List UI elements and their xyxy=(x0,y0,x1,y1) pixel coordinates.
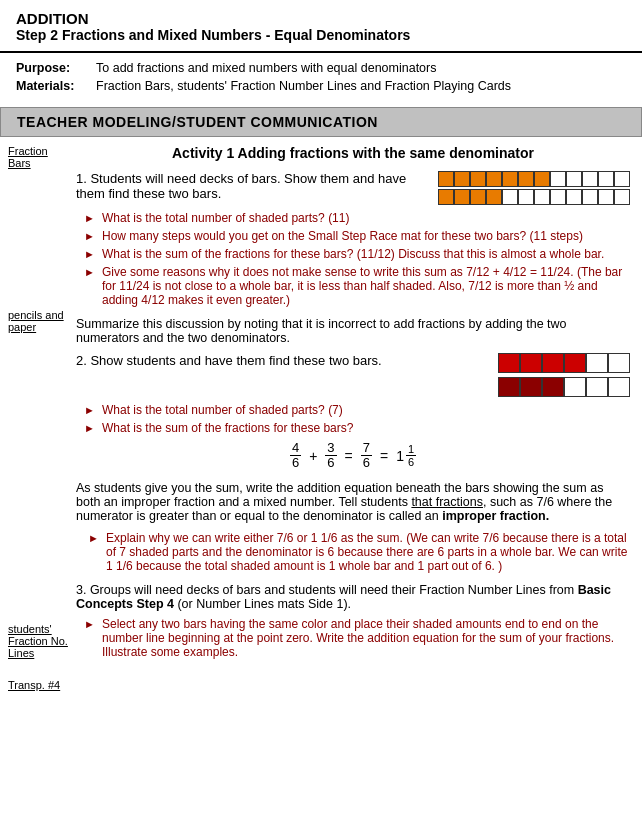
sidebar-fraction-bars-label: Fraction Bars xyxy=(8,145,48,169)
item2-text: 2. Show students and have them find thes… xyxy=(76,353,490,368)
frac-denominator: 6 xyxy=(325,456,336,470)
bullet-item: ► How many steps would you get on the Sm… xyxy=(84,229,630,243)
bullet-item: ► Explain why we can write either 7/6 or… xyxy=(88,531,630,573)
sidebar-item-transp: Transp. #4 xyxy=(8,679,68,691)
equals-sign: = xyxy=(345,448,353,464)
sidebar-item-students-fraction: students' Fraction No. Lines xyxy=(8,623,68,659)
arrow-icon: ► xyxy=(84,421,96,435)
materials-label: Materials: xyxy=(16,79,96,93)
fraction-1-6: 1 6 xyxy=(406,443,416,468)
mixed-number: 1 1 6 xyxy=(396,443,416,468)
sidebar-pencils-label: pencils and paper xyxy=(8,309,64,333)
content-area: Activity 1 Adding fractions with the sam… xyxy=(72,137,642,707)
page: ADDITION Step 2 Fractions and Mixed Numb… xyxy=(0,0,642,707)
whole-number: 1 xyxy=(396,448,404,464)
bullet-item: ► Give some reasons why it does not make… xyxy=(84,265,630,307)
arrow-icon: ► xyxy=(88,531,100,573)
frac-numerator: 7 xyxy=(361,441,372,456)
bullet-item: ► What is the sum of the fractions for t… xyxy=(84,247,630,261)
bars-item1 xyxy=(438,171,630,205)
bullet-item: ► What is the sum of the fractions for t… xyxy=(84,421,630,435)
materials-row: Materials: Fraction Bars, students' Frac… xyxy=(16,79,626,93)
equation-row: 4 6 + 3 6 = 7 6 = 1 xyxy=(76,441,630,471)
materials-value: Fraction Bars, students' Fraction Number… xyxy=(96,79,626,93)
item2-bullets: ► What is the total number of shaded par… xyxy=(84,403,630,435)
item-1: 1. Students will need decks of bars. Sho… xyxy=(76,171,630,307)
frac-numerator: 3 xyxy=(325,441,336,456)
item1-bullets: ► What is the total number of shaded par… xyxy=(84,211,630,307)
frac-denominator: 6 xyxy=(406,456,416,468)
sidebar: Fraction Bars pencils and paper students… xyxy=(0,137,72,707)
equals-sign-2: = xyxy=(380,448,388,464)
item-3: 3. Groups will need decks of bars and st… xyxy=(76,583,630,659)
page-title: ADDITION xyxy=(16,10,626,27)
section-header: TEACHER MODELING/STUDENT COMMUNICATION xyxy=(0,107,642,137)
bullet-text-1: What is the total number of shaded parts… xyxy=(102,211,630,225)
sidebar-item-pencils: pencils and paper xyxy=(8,309,68,333)
explain-bullets: ► Explain why we can write either 7/6 or… xyxy=(88,531,630,573)
bar-7-12 xyxy=(438,171,630,187)
item1-text: 1. Students will need decks of bars. Sho… xyxy=(76,171,430,201)
bullet-item: ► Select any two bars having the same co… xyxy=(84,617,630,659)
purpose-label: Purpose: xyxy=(16,61,96,75)
bar-4-6 xyxy=(498,353,630,373)
frac-numerator: 4 xyxy=(290,441,301,456)
summary-text: Summarize this discussion by noting that… xyxy=(76,317,630,345)
sidebar-students-fraction-label: students' Fraction No. Lines xyxy=(8,623,68,659)
bullet-item: ► What is the total number of shaded par… xyxy=(84,211,630,225)
frac-numerator: 1 xyxy=(406,443,416,456)
item-2: 2. Show students and have them find thes… xyxy=(76,353,630,471)
frac-denominator: 6 xyxy=(290,456,301,470)
item3-text: 3. Groups will need decks of bars and st… xyxy=(76,583,630,611)
item3-bullet-text: Select any two bars having the same colo… xyxy=(102,617,630,659)
bullet-text-3: What is the sum of the fractions for the… xyxy=(102,247,630,261)
arrow-icon: ► xyxy=(84,229,96,243)
activity-title: Activity 1 Adding fractions with the sam… xyxy=(76,145,630,161)
bullet-text-5: What is the total number of shaded parts… xyxy=(102,403,630,417)
page-subtitle: Step 2 Fractions and Mixed Numbers - Equ… xyxy=(16,27,626,43)
arrow-icon: ► xyxy=(84,265,96,307)
bullet-text-4: Give some reasons why it does not make s… xyxy=(102,265,630,307)
header: ADDITION Step 2 Fractions and Mixed Numb… xyxy=(0,0,642,53)
sidebar-item-fraction-bars: Fraction Bars xyxy=(8,145,68,169)
arrow-icon: ► xyxy=(84,403,96,417)
fraction-4-6: 4 6 xyxy=(290,441,301,471)
bar-4-12 xyxy=(438,189,630,205)
sidebar-transp-label: Transp. #4 xyxy=(8,679,60,691)
plus-sign: + xyxy=(309,448,317,464)
explain-bullet-text: Explain why we can write either 7/6 or 1… xyxy=(106,531,630,573)
fraction-7-6: 7 6 xyxy=(361,441,372,471)
bullet-text-6: What is the sum of the fractions for the… xyxy=(102,421,630,435)
arrow-icon: ► xyxy=(84,211,96,225)
bullet-text-2: How many steps would you get on the Smal… xyxy=(102,229,630,243)
purpose-value: To add fractions and mixed numbers with … xyxy=(96,61,626,75)
bar-3-6 xyxy=(498,377,630,397)
as-students-text: As students give you the sum, write the … xyxy=(76,481,630,523)
bullet-item: ► What is the total number of shaded par… xyxy=(84,403,630,417)
fraction-3-6: 3 6 xyxy=(325,441,336,471)
item3-bullets: ► Select any two bars having the same co… xyxy=(84,617,630,659)
purpose-row: Purpose: To add fractions and mixed numb… xyxy=(16,61,626,75)
arrow-icon: ► xyxy=(84,617,96,659)
arrow-icon: ► xyxy=(84,247,96,261)
meta-section: Purpose: To add fractions and mixed numb… xyxy=(0,53,642,101)
main-content: Fraction Bars pencils and paper students… xyxy=(0,137,642,707)
bars-item2 xyxy=(498,353,630,397)
item3-text-content: 3. Groups will need decks of bars and st… xyxy=(76,583,611,611)
frac-denominator: 6 xyxy=(361,456,372,470)
